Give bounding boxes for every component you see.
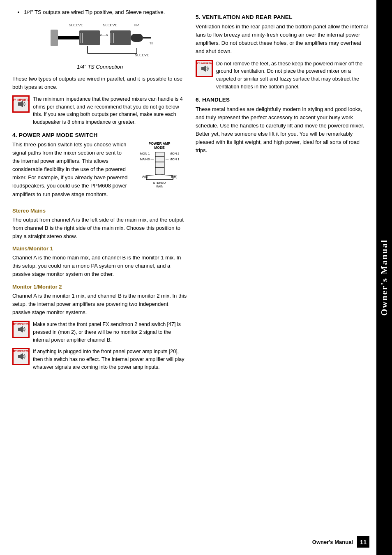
mon1-mon2-heading: Monitor 1/Monitor 2 — [12, 284, 187, 290]
svg-rect-12 — [131, 34, 143, 42]
warning-box-1: VERY IMPORTANT The minimum impedance tha… — [12, 95, 187, 126]
sidebar: Owner's Manual — [376, 0, 392, 555]
warning-icon-3: VERY IMPORTANT — [12, 348, 30, 365]
warning-box-3: VERY IMPORTANT If anything is plugged in… — [12, 348, 187, 371]
footer-page-number: 11 — [357, 536, 369, 548]
section4-heading: 4. POWER AMP MODE SWITCH — [12, 132, 187, 138]
svg-text:STEREO: STEREO — [153, 181, 166, 185]
svg-rect-3 — [51, 30, 58, 46]
svg-text:POWER AMP: POWER AMP — [148, 141, 170, 146]
svg-text:TIP: TIP — [149, 41, 153, 45]
section6-para: These metal handles are delightfully mod… — [196, 105, 368, 155]
svg-text:MAINS —: MAINS — — [140, 157, 154, 161]
page-container: 1/4" TS outputs are wired Tip positive, … — [0, 0, 392, 555]
ts-diagram: SLEEVE SLEEVE TIP ⟷ — [12, 21, 187, 70]
warning-icon-2: VERY IMPORTANT — [12, 321, 30, 338]
svg-text:MAIN: MAIN — [156, 185, 164, 188]
section5-para: Ventilation holes in the rear panel and … — [196, 23, 368, 56]
section4-para: This three-position switch lets you choo… — [12, 141, 130, 199]
mains-mon1-para: Channel A is the mono main mix, and chan… — [12, 254, 187, 278]
ts-connection-diagram: SLEEVE SLEEVE TIP ⟷ — [46, 21, 153, 62]
parallel-para: These two types of outputs are wired in … — [12, 75, 187, 91]
svg-text:VERY IMPORTANT: VERY IMPORTANT — [12, 323, 30, 325]
right-column: 5. VENTILATION and REAR PANEL Ventilatio… — [196, 8, 368, 547]
svg-text:VERY IMPORTANT: VERY IMPORTANT — [12, 98, 30, 101]
mains-mon1-heading: Mains/Monitor 1 — [12, 245, 187, 252]
section5-heading: 5. VENTILATION and REAR PANEL — [196, 14, 368, 20]
warning-box-2: VERY IMPORTANT Make sure that the front … — [12, 321, 187, 344]
warning-text-4: Do not remove the feet, as these keep th… — [216, 60, 368, 91]
svg-text:— MON 1: — MON 1 — [166, 157, 179, 161]
svg-text:MODE: MODE — [154, 146, 165, 150]
svg-text:⟷: ⟷ — [100, 32, 108, 38]
bullet-item-1: 1/4" TS outputs are wired Tip positive, … — [24, 8, 187, 16]
bullet-section: 1/4" TS outputs are wired Tip positive, … — [12, 8, 187, 16]
power-amp-text: This three-position switch lets you choo… — [12, 141, 130, 203]
warning-text-3: If anything is plugged into the front pa… — [33, 348, 187, 371]
mon1-mon2-para: Channel A is the monitor 1 mix, and chan… — [12, 292, 187, 317]
power-amp-mode-diagram: POWER AMP MODE MON 1 — MAINS — — MON 2 — [134, 141, 185, 190]
power-amp-diagram: POWER AMP MODE MON 1 — MAINS — — MON 2 — [134, 141, 187, 191]
stereo-mains-heading: Stereo Mains — [12, 208, 187, 214]
left-column: 1/4" TS outputs are wired Tip positive, … — [12, 8, 187, 547]
warning-icon-1: VERY IMPORTANT — [12, 95, 30, 113]
svg-rect-22 — [18, 102, 20, 106]
diagram-caption: 1/4" TS Connection — [12, 64, 187, 70]
svg-rect-51 — [18, 355, 20, 358]
svg-rect-56 — [201, 67, 203, 70]
section6-heading: 6. HANDLES — [196, 97, 368, 103]
warning-box-4: VERY IMPORTANT Do not remove the feet, a… — [196, 60, 368, 91]
svg-rect-26 — [155, 152, 164, 175]
svg-text:VERY IMPORTANT: VERY IMPORTANT — [12, 350, 30, 352]
svg-text:SLEEVE: SLEEVE — [135, 53, 149, 57]
power-amp-section: This three-position switch lets you choo… — [12, 141, 187, 203]
svg-text:MON 1 —: MON 1 — — [140, 152, 154, 155]
svg-text:VERY IMPORTANT: VERY IMPORTANT — [196, 62, 213, 65]
warning-text-1: The minimum impedance that the powered m… — [33, 95, 187, 126]
svg-rect-46 — [18, 328, 20, 331]
footer-manual-label: Owner's Manual — [312, 539, 353, 545]
svg-text:TIP: TIP — [133, 23, 139, 27]
footer: Owner's Manual 11 — [312, 536, 369, 548]
main-content: 1/4" TS outputs are wired Tip positive, … — [0, 0, 376, 555]
sidebar-label: Owner's Manual — [379, 239, 390, 316]
stereo-mains-para: The output from channel A is the left si… — [12, 216, 187, 240]
warning-text-2: Make sure that the front panel FX send/m… — [33, 321, 187, 344]
svg-text:SLEEVE: SLEEVE — [69, 23, 83, 27]
svg-text:— MON 2: — MON 2 — [166, 152, 179, 155]
svg-text:SLEEVE: SLEEVE — [103, 23, 117, 27]
warning-icon-4: VERY IMPORTANT — [196, 60, 213, 77]
